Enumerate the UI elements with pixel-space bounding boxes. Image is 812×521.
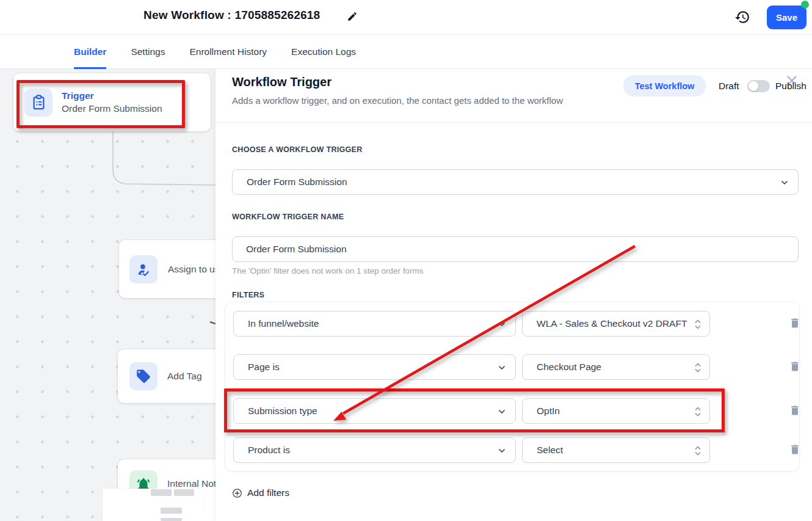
trigger-name-input[interactable]: [232, 236, 799, 262]
tab-bar: Builder Settings Enrollment History Exec…: [0, 35, 812, 69]
tabs: Builder Settings Enrollment History Exec…: [74, 35, 356, 69]
skeleton-overlay-corner: [203, 512, 216, 521]
test-workflow-button[interactable]: Test Workflow: [623, 75, 706, 97]
skeleton-bar: [161, 508, 182, 514]
action-node-label: Add Tag: [167, 371, 202, 382]
filter-field-select-submission-type[interactable]: Submission type: [233, 398, 516, 424]
trash-icon[interactable]: [789, 404, 801, 417]
filter-field-select[interactable]: Page is: [233, 354, 516, 380]
tab-execution-logs[interactable]: Execution Logs: [291, 35, 356, 69]
trigger-node-title: Trigger: [62, 90, 162, 101]
trash-icon[interactable]: [789, 360, 801, 373]
action-node-assign-user[interactable]: Assign to us: [119, 240, 216, 298]
filter-value-select[interactable]: Select: [522, 437, 710, 463]
stepper-icon: [694, 317, 702, 332]
edit-pencil-icon[interactable]: [347, 11, 358, 22]
filter-value-select-optin[interactable]: OptIn: [522, 398, 710, 424]
stepper-icon: [694, 360, 702, 375]
stepper-icon: [694, 404, 702, 419]
chevron-down-icon: [497, 446, 507, 456]
panel-divider: [216, 122, 812, 123]
trigger-type-select[interactable]: Order Form Submission: [232, 169, 799, 195]
chevron-down-icon: [780, 178, 789, 188]
optin-helper-text: The 'Optin' filter does not work on 1 st…: [232, 266, 424, 275]
filters-label: FILTERS: [232, 291, 264, 299]
filter-field-value: In funnel/website: [234, 318, 319, 329]
publish-label: Publish: [775, 81, 807, 92]
filter-field-value: Page is: [234, 362, 280, 373]
action-node-label: Assign to us: [168, 264, 216, 275]
publish-toggle[interactable]: [747, 80, 770, 92]
chevron-down-icon: [497, 407, 507, 417]
trash-icon[interactable]: [789, 316, 801, 330]
history-icon[interactable]: [734, 9, 750, 25]
filter-field-select[interactable]: Product is: [233, 437, 516, 463]
toggle-knob: [749, 81, 758, 91]
filter-value-text: OptIn: [523, 406, 560, 417]
action-node-add-tag[interactable]: Add Tag: [118, 349, 216, 403]
trigger-node-subtitle: Order Form Submission: [62, 103, 162, 114]
trigger-node-text: Trigger Order Form Submission: [62, 90, 162, 114]
add-filters-label: Add filters: [247, 487, 289, 498]
filter-value-text: Select: [523, 445, 563, 456]
filter-field-select[interactable]: In funnel/website: [233, 311, 516, 337]
filter-field-value: Submission type: [234, 406, 317, 417]
filter-value-text: WLA - Sales & Checkout v2 DRAFT: [523, 318, 687, 329]
filter-value-text: Checkout Page: [523, 362, 601, 373]
user-check-icon: [129, 255, 158, 283]
choose-trigger-label: CHOOSE A WORKFLOW TRIGGER: [232, 145, 363, 154]
clipboard-icon: [24, 89, 53, 117]
chevron-down-icon: [497, 363, 507, 373]
draft-label: Draft: [719, 81, 739, 92]
chevron-down-icon: [497, 319, 507, 329]
skeleton-bar: [174, 489, 194, 496]
tab-enrollment-history[interactable]: Enrollment History: [189, 35, 267, 69]
save-status-dot: [801, 1, 809, 9]
tab-settings[interactable]: Settings: [131, 35, 165, 69]
trigger-settings-panel: Workflow Trigger Adds a workflow trigger…: [216, 69, 812, 521]
trash-icon[interactable]: [789, 443, 801, 456]
trigger-type-value: Order Form Submission: [233, 177, 347, 188]
tag-icon: [129, 362, 158, 390]
panel-description: Adds a workflow trigger, and on executio…: [232, 95, 563, 106]
trigger-node[interactable]: Trigger Order Form Submission: [13, 73, 211, 131]
top-bar: New Workflow : 1705885262618 Save: [0, 0, 812, 35]
trigger-name-label: WORKFLOW TRIGGER NAME: [232, 213, 344, 221]
save-button[interactable]: Save: [767, 5, 807, 29]
filter-value-select[interactable]: Checkout Page: [522, 354, 710, 380]
workflow-title: New Workflow : 1705885262618: [143, 9, 320, 22]
skeleton-bar: [151, 489, 172, 496]
panel-title: Workflow Trigger: [232, 75, 332, 89]
tab-builder[interactable]: Builder: [74, 35, 106, 69]
filter-value-select[interactable]: WLA - Sales & Checkout v2 DRAFT: [522, 311, 710, 337]
add-circle-icon: [232, 488, 242, 498]
add-filters-button[interactable]: Add filters: [232, 487, 289, 498]
workflow-canvas[interactable]: Trigger Order Form Submission Assign to …: [0, 69, 216, 521]
skeleton-bar: [161, 518, 182, 521]
action-node-label: Internal Not: [167, 478, 216, 489]
stepper-icon: [694, 443, 702, 458]
filter-field-value: Product is: [234, 445, 290, 456]
